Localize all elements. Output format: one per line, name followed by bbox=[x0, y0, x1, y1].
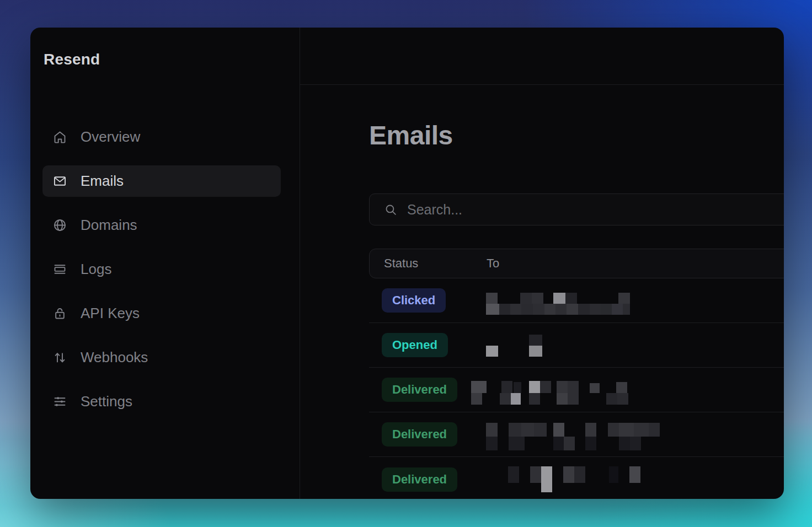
sidebar-nav: OverviewEmailsDomainsLogsAPI KeysWebhook… bbox=[42, 121, 281, 430]
redacted-recipient bbox=[369, 323, 784, 367]
arrows-up-down-icon bbox=[52, 350, 67, 365]
table-row[interactable]: Delivered bbox=[369, 412, 784, 457]
sidebar-item-overview[interactable]: Overview bbox=[42, 121, 281, 153]
sidebar-item-emails[interactable]: Emails bbox=[42, 165, 281, 197]
sidebar-item-label: API Keys bbox=[81, 305, 140, 322]
app-window: Resend OverviewEmailsDomainsLogsAPI Keys… bbox=[30, 28, 784, 499]
sidebar-item-logs[interactable]: Logs bbox=[42, 254, 281, 285]
search-icon bbox=[384, 203, 398, 217]
mail-icon bbox=[52, 174, 67, 189]
main-content: Emails Status To ClickedOpenedDeliveredD… bbox=[300, 120, 784, 499]
sidebar-item-domains[interactable]: Domains bbox=[42, 209, 281, 241]
table-header: Status To bbox=[369, 249, 784, 278]
table-row[interactable]: Clicked bbox=[369, 278, 784, 323]
sidebar-item-label: Domains bbox=[81, 217, 137, 234]
sidebar-item-label: Overview bbox=[81, 128, 140, 146]
table-row[interactable]: Delivered bbox=[369, 368, 784, 412]
column-header-status: Status bbox=[370, 256, 487, 271]
redacted-recipient bbox=[369, 457, 784, 499]
email-table-body: ClickedOpenedDeliveredDeliveredDelivered bbox=[369, 278, 784, 499]
table-row[interactable]: Opened bbox=[369, 323, 784, 368]
resend-logo: Resend bbox=[42, 51, 281, 68]
sidebar-item-api-keys[interactable]: API Keys bbox=[42, 298, 281, 329]
search-box[interactable] bbox=[369, 193, 784, 225]
redacted-recipient bbox=[369, 278, 784, 322]
sidebar-item-label: Webhooks bbox=[81, 349, 148, 366]
sliders-icon bbox=[52, 394, 67, 409]
column-header-to: To bbox=[487, 256, 499, 271]
home-icon bbox=[52, 130, 67, 144]
search-input[interactable] bbox=[407, 202, 784, 218]
main-area: Emails Status To ClickedOpenedDeliveredD… bbox=[300, 28, 784, 499]
lock-icon bbox=[52, 306, 67, 321]
logs-icon bbox=[52, 262, 67, 277]
sidebar-item-settings[interactable]: Settings bbox=[42, 386, 281, 417]
sidebar-item-webhooks[interactable]: Webhooks bbox=[42, 342, 281, 373]
page-title: Emails bbox=[369, 120, 784, 150]
main-header-bar bbox=[300, 28, 784, 85]
sidebar-item-label: Settings bbox=[81, 393, 132, 410]
table-row[interactable]: Delivered bbox=[369, 457, 784, 499]
sidebar: Resend OverviewEmailsDomainsLogsAPI Keys… bbox=[30, 28, 300, 499]
redacted-recipient bbox=[369, 412, 784, 456]
sidebar-item-label: Emails bbox=[81, 173, 124, 190]
globe-icon bbox=[52, 218, 67, 233]
sidebar-item-label: Logs bbox=[81, 261, 111, 278]
redacted-recipient bbox=[369, 368, 784, 412]
